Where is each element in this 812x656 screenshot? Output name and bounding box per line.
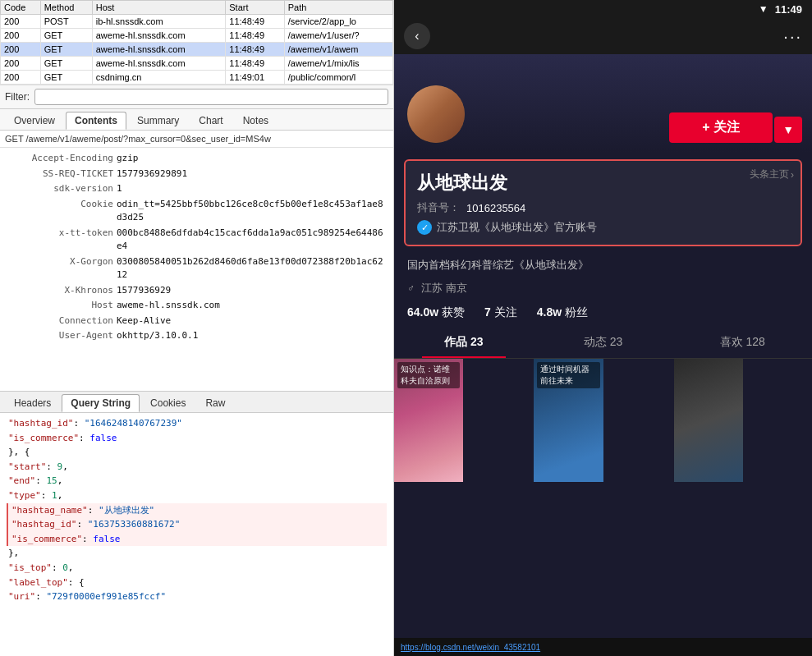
header-row: X-Gorgon0300805840051b262d8460d6fa8e13f0… [7,255,387,283]
content-tab[interactable]: 动态 23 [534,327,673,358]
header-row: Hostaweme-hl.snssdk.com [7,298,387,314]
cell-start: 11:48:49 [226,29,285,43]
headers-content: Accept-EncodinggzipSS-REQ-TICKET15779369… [0,148,393,391]
avatar [407,85,465,143]
header-key: X-Khronos [7,284,113,298]
cell-method: POST [40,15,92,29]
bottom-url-text[interactable]: https://blog.csdn.net/weixin_43582101 [401,643,540,652]
json-line: }, { [7,445,387,460]
followers-count: 4.8w [537,305,562,319]
tab-summary[interactable]: Summary [128,112,188,130]
more-icon: ··· [783,27,802,45]
headline-arrow: › [791,169,794,181]
table-row[interactable]: 200GETaweme-hl.snssdk.com11:48:49/aweme/… [1,57,393,71]
header-key: Connection [7,314,113,328]
wifi-icon: ▼ [759,3,768,15]
table-row[interactable]: 200GETcsdnimg.cn11:49:01/public/common/l [1,71,393,85]
status-bar: ▼ 11:49 [394,0,812,18]
content-tab[interactable]: 喜欢 128 [672,327,812,358]
follow-button[interactable]: + 关注 [669,112,773,143]
profile-bio: 国内首档科幻科普综艺《从地球出发》 [394,253,812,278]
header-row: ConnectionKeep-Alive [7,314,387,329]
headline-link[interactable]: 头条主页 › [750,167,794,181]
header-key: sdk-version [7,182,113,196]
json-line: "start": 9, [7,460,387,475]
col-code: Code [1,1,41,15]
bottom-tab-raw[interactable]: Raw [196,394,234,412]
back-button[interactable]: ‹ [404,23,430,49]
cell-code: 200 [1,43,41,57]
json-line: "end": 15, [7,474,387,489]
header-row: Cookieodin_tt=5425bbf50bbc126ce8c0cf5b00… [7,197,387,226]
network-table: Code Method Host Start Path 200POSTib-hl… [0,0,393,85]
col-method: Method [40,1,92,15]
filter-input[interactable] [34,89,388,105]
json-line: "is_top": 0, [7,561,387,576]
cell-code: 200 [1,57,41,71]
filter-label: Filter: [5,91,30,103]
cell-host: ib-hl.snssdk.com [92,15,226,29]
verified-row: ✓ 江苏卫视《从地球出发》官方账号 [417,220,789,235]
json-line: "hashtag_name": "从地球出发" [7,503,387,518]
thumbnail-label: 通过时间机器前往未来 [537,362,599,388]
bottom-tab-headers[interactable]: Headers [5,394,60,412]
cell-path: /aweme/v1/mix/lis [284,57,392,71]
table-row[interactable]: 200GETaweme-hl.snssdk.com11:48:49/aweme/… [1,43,393,57]
header-val: 1577936929 [117,284,171,298]
filter-bar: Filter: [0,85,393,109]
header-key: SS-REQ-TICKET [7,167,113,181]
profile-header: + 关注 ▼ [394,54,812,153]
cell-method: GET [40,57,92,71]
thumbnail[interactable]: 知识点：诺维科夫自洽原则 [394,359,463,482]
followers-label: 粉丝 [565,305,588,319]
dropdown-button[interactable]: ▼ [774,117,802,143]
thumbnail[interactable]: 通过时间机器前往未来 [534,359,603,482]
header-key: X-Gorgon [7,255,113,282]
json-line: "is_commerce": false [7,431,387,446]
likes-label: 获赞 [442,305,465,319]
profile-id-row: 抖音号： 1016235564 头条主页 › [417,200,789,215]
header-key: User-Agent [7,329,113,343]
headline-label: 头条主页 [750,167,789,181]
table-row[interactable]: 200GETaweme-hl.snssdk.com11:48:49/aweme/… [1,29,393,43]
cell-method: GET [40,29,92,43]
bottom-tab-cookies[interactable]: Cookies [141,394,195,412]
profile-info-box: 从地球出发 抖音号： 1016235564 头条主页 › ✓ 江苏卫视《从地球出… [404,159,802,246]
header-row: SS-REQ-TICKET1577936929891 [7,167,387,182]
cell-host: aweme-hl.snssdk.com [92,29,226,43]
verified-text: 江苏卫视《从地球出发》官方账号 [437,220,597,235]
thumbnail[interactable] [674,359,743,482]
douyin-id: 1016235564 [466,202,525,214]
status-time: 11:49 [775,3,802,16]
header-val: 1577936929891 [117,167,187,181]
tab-notes[interactable]: Notes [234,112,278,130]
bottom-tabs-row: HeadersQuery StringCookiesRaw [0,391,393,413]
json-line: }, [7,546,387,561]
cell-path: /public/common/l [284,71,392,85]
cell-method: GET [40,43,92,57]
json-line: "label_top": { [7,576,387,590]
location-text: 江苏 南京 [421,281,467,296]
tab-chart[interactable]: Chart [190,112,232,130]
douyin-label: 抖音号： [417,200,460,215]
col-start: Start [226,1,285,15]
following-label: 关注 [494,305,517,319]
cell-method: GET [40,71,92,85]
followers-stat: 4.8w 粉丝 [537,305,588,320]
cell-code: 200 [1,15,41,29]
more-button[interactable]: ··· [783,27,802,46]
tab-overview[interactable]: Overview [5,112,64,130]
table-row[interactable]: 200POSTib-hl.snssdk.com11:48:49/service/… [1,15,393,29]
cell-path: /service/2/app_lo [284,15,392,29]
cell-host: aweme-hl.snssdk.com [92,43,226,57]
header-key: Cookie [7,198,113,225]
cell-start: 11:48:49 [226,43,285,57]
cell-path: /aweme/v1/user/? [284,29,392,43]
content-tab[interactable]: 作品 23 [394,327,534,358]
verified-icon: ✓ [417,220,432,235]
tab-contents[interactable]: Contents [66,112,126,130]
col-host: Host [92,1,226,15]
col-path: Path [284,1,392,15]
profile-tags: ♂ 江苏 南京 [394,278,812,299]
bottom-tab-query-string[interactable]: Query String [62,394,140,412]
